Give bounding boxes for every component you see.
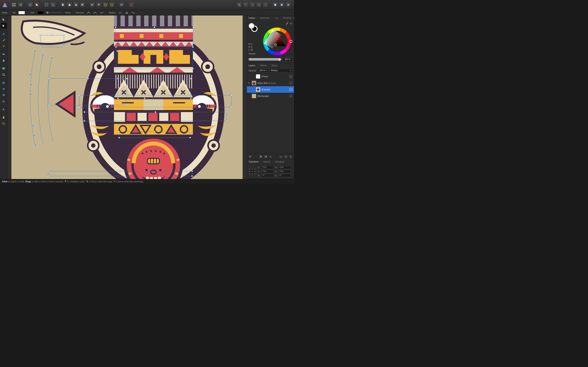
tab-colour[interactable]: Colour: [249, 17, 255, 19]
move-forward-icon[interactable]: [73, 2, 79, 8]
visibility-checkbox[interactable]: [290, 82, 292, 84]
panel-menu-icon[interactable]: ≡: [293, 17, 295, 19]
move-tool-icon[interactable]: [1, 17, 7, 22]
layer-row[interactable]: ▶ Aztec Bull (Group): [247, 80, 294, 86]
stroke-weight-slider[interactable]: [46, 12, 63, 13]
view-2x-icon[interactable]: 2x: [50, 2, 56, 8]
opacity-slider[interactable]: [249, 58, 281, 60]
action-break-icon[interactable]: [118, 11, 122, 15]
zoom-tool-icon[interactable]: [1, 121, 7, 126]
clip-inside-icon[interactable]: [27, 2, 33, 8]
tab-line[interactable]: Line: [274, 17, 278, 19]
tab-layers[interactable]: Layers: [249, 64, 255, 67]
corner-bevel-icon[interactable]: [279, 2, 285, 8]
tab-history[interactable]: History: [263, 160, 270, 163]
triangle-tool-icon[interactable]: [1, 98, 7, 104]
svg-rect-79: [117, 16, 121, 26]
flip-v-icon[interactable]: [96, 2, 102, 8]
eyedropper-apply-icon[interactable]: [290, 22, 292, 25]
adjustment-icon[interactable]: [264, 155, 267, 158]
flip-h-icon[interactable]: [89, 2, 95, 8]
pan-tool-icon[interactable]: [1, 115, 7, 120]
layer-opacity-field[interactable]: 100 % ▾: [258, 69, 268, 72]
gradient-tool-icon[interactable]: [1, 51, 7, 57]
hue-wheel[interactable]: [262, 26, 292, 57]
rotate-ccw-icon[interactable]: [103, 2, 108, 8]
corner-concave-icon[interactable]: [285, 2, 291, 8]
w-field[interactable]: 0 px: [279, 166, 291, 169]
convert-smart-icon[interactable]: [100, 11, 104, 15]
layer-row[interactable]: (Rectangle): [247, 93, 294, 99]
bool-intersect-icon[interactable]: [250, 2, 255, 8]
transparency-tool-icon[interactable]: [1, 58, 7, 63]
fill-stroke-selector[interactable]: [249, 23, 258, 32]
visibility-checkbox[interactable]: [290, 88, 292, 91]
svg-rect-247: [191, 170, 193, 172]
fill-swatch[interactable]: [18, 11, 25, 14]
opacity-field[interactable]: 100 %: [283, 58, 292, 61]
r-field[interactable]: 0 °: [261, 174, 274, 177]
trash-icon[interactable]: [289, 155, 292, 158]
share-icon[interactable]: [17, 2, 23, 8]
rounded-tool-icon[interactable]: [1, 92, 7, 98]
rect-tool-icon[interactable]: [1, 80, 7, 86]
tab-navigator[interactable]: Navigator: [275, 160, 285, 163]
line-swatch[interactable]: [37, 11, 44, 14]
text-tool-icon[interactable]: A: [1, 106, 7, 112]
svg-rect-222: [84, 111, 85, 113]
svg-rect-27: [245, 4, 247, 6]
crop-tool-icon[interactable]: [1, 72, 7, 77]
layer-row[interactable]: (Pixel): [247, 73, 294, 80]
y-field[interactable]: 0 px: [261, 170, 274, 173]
node-tool-icon[interactable]: [1, 23, 7, 29]
app-logo-icon[interactable]: [2, 2, 8, 8]
move-front-icon[interactable]: [80, 2, 85, 8]
bool-add-icon[interactable]: [236, 2, 242, 8]
move-backward-icon[interactable]: [67, 2, 72, 8]
corner-round-icon[interactable]: [272, 2, 278, 8]
rotate-cw-icon[interactable]: [109, 2, 115, 8]
add-layer-icon[interactable]: [284, 155, 287, 158]
blend-mode-dropdown[interactable]: Multiply ▾: [269, 69, 292, 72]
svg-point-196: [33, 135, 35, 137]
snap-icon[interactable]: [129, 2, 134, 8]
tab-effects[interactable]: Effects: [260, 64, 267, 67]
h-field[interactable]: 0 px: [279, 170, 291, 173]
svg-rect-2: [12, 5, 13, 6]
pen-tool-icon[interactable]: [1, 31, 7, 37]
visibility-checkbox[interactable]: [290, 95, 292, 98]
action-smooth-icon[interactable]: [131, 11, 135, 15]
tab-swatches[interactable]: Swatches: [260, 17, 269, 19]
view-1x-icon[interactable]: [44, 2, 49, 8]
svg-rect-23: [121, 4, 123, 6]
action-close-icon[interactable]: [125, 11, 129, 15]
bool-xor-icon[interactable]: [256, 2, 262, 8]
mask-icon[interactable]: [259, 155, 262, 158]
align-left-icon[interactable]: [119, 2, 125, 8]
s-field[interactable]: 0 °: [279, 174, 291, 177]
bool-subtract-icon[interactable]: [243, 2, 249, 8]
x-field[interactable]: 0 px: [261, 166, 274, 169]
place-tool-icon[interactable]: [1, 66, 7, 71]
visibility-checkbox[interactable]: [290, 75, 292, 78]
convert-smooth-icon[interactable]: [93, 11, 97, 15]
ellipse-tool-icon[interactable]: [1, 86, 7, 92]
convert-sharp-icon[interactable]: [86, 11, 91, 15]
tab-styles[interactable]: Styles: [271, 64, 277, 67]
brush-tool-icon[interactable]: [1, 43, 7, 49]
anchor-grid[interactable]: [249, 168, 256, 175]
status-bar: Click to select a node. Drag a node or l…: [0, 179, 294, 184]
pencil-tool-icon[interactable]: [1, 37, 7, 43]
tab-transform[interactable]: Transform: [249, 160, 259, 163]
canvas[interactable]: [7, 16, 247, 179]
folder-icon[interactable]: [279, 155, 283, 158]
eyedropper-icon[interactable]: [285, 22, 288, 25]
layer-row[interactable]: (Curves): [247, 86, 294, 93]
bool-divide-icon[interactable]: [263, 2, 268, 8]
clip-outside-icon[interactable]: [34, 2, 40, 8]
tab-brushes[interactable]: Brushes: [283, 17, 291, 19]
layers-stack-icon[interactable]: [249, 155, 252, 158]
fx-icon[interactable]: fx: [269, 155, 272, 158]
move-back-icon[interactable]: [60, 2, 66, 8]
view-grid-icon[interactable]: [11, 2, 17, 8]
